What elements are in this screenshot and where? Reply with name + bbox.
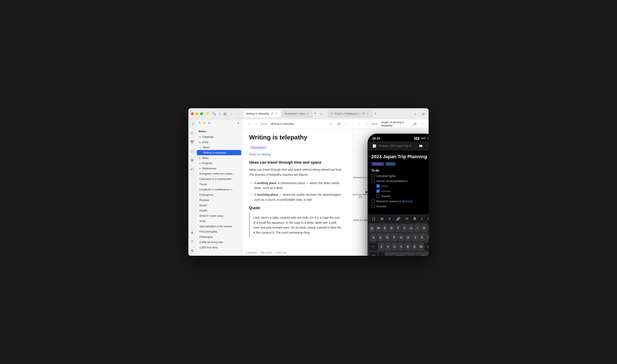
key-d[interactable]: D — [384, 234, 390, 241]
phone-checkbox-7[interactable] — [371, 205, 375, 208]
key-y[interactable]: Y — [402, 224, 407, 232]
sidebar-item-specialization[interactable]: Specialization is for insects — [197, 224, 241, 229]
key-c[interactable]: C — [392, 243, 397, 250]
sidebar-toggle-icon[interactable]: ▤ — [223, 112, 226, 116]
new-folder-icon[interactable]: 📁 — [203, 121, 206, 125]
folder-icon[interactable]: 📁 — [206, 112, 210, 116]
key-u[interactable]: U — [408, 224, 414, 232]
key-numbers[interactable]: 123 — [370, 252, 377, 256]
graph-breadcrumb-parent[interactable]: Ideas — [371, 122, 378, 125]
key-m[interactable]: M — [418, 243, 424, 250]
sidebar-right-toggle[interactable]: ▤ — [420, 111, 426, 117]
sidebar-item-projects[interactable]: ▶ Projects — [197, 160, 241, 166]
key-k[interactable]: K — [419, 234, 425, 241]
edit-icon[interactable]: ✎ — [328, 121, 334, 127]
key-backspace[interactable]: ⌫ — [425, 243, 429, 250]
sidebar-item-emergence[interactable]: Emergence — [197, 192, 241, 197]
tab-graph[interactable]: ⬡ Graph of Writing is t... 🔗 ✕ — [328, 110, 372, 117]
kb-heading-icon[interactable]: H — [405, 216, 409, 221]
key-p[interactable]: P — [428, 224, 429, 232]
sidebar-item-tools[interactable]: Tools — [197, 219, 241, 224]
tab-close-2[interactable]: ✕ — [306, 112, 309, 115]
sidebar-item-ideas[interactable]: ▼ Ideas — [197, 145, 241, 150]
key-z[interactable]: Z — [379, 243, 384, 250]
tags-icon[interactable]: 🏷 — [190, 167, 195, 172]
key-n[interactable]: N — [412, 243, 417, 250]
calendar-icon[interactable]: 📅 — [189, 140, 195, 145]
command-icon[interactable]: ⌘ — [190, 157, 195, 163]
sidebar-item-meta[interactable]: ▶ Meta — [197, 155, 241, 160]
link-icon[interactable]: 🔗 — [336, 121, 341, 127]
phone-checkbox-5[interactable] — [376, 195, 380, 198]
sidebar-item-philosophy[interactable]: Philosophy — [197, 234, 241, 239]
key-i[interactable]: I — [415, 224, 420, 232]
maximize-button[interactable] — [200, 112, 203, 115]
phone-checkbox-6[interactable] — [371, 199, 375, 203]
tab-writing-is-telepathy[interactable]: Writing is telepathy 🔗 ✕ — [243, 110, 281, 117]
notes-icon[interactable]: 📝 — [189, 121, 195, 127]
key-v[interactable]: V — [398, 243, 404, 250]
minimize-button[interactable] — [196, 112, 198, 115]
kb-link-icon[interactable]: 🔗 — [395, 216, 401, 221]
sidebar-item-calmness[interactable]: Calmness is a superpower — [197, 176, 241, 182]
note-tag[interactable]: #evergreen — [249, 145, 267, 150]
key-w[interactable]: W — [376, 224, 381, 232]
phone-checkbox-2[interactable] — [371, 179, 375, 183]
note-from-link[interactable]: On Writing — [257, 153, 271, 156]
sidebar-item-first-principles[interactable]: First principles — [197, 229, 241, 234]
kb-tag-icon[interactable]: # — [388, 216, 392, 221]
publish-icon[interactable]: ⬆ — [190, 230, 194, 236]
phone-more-icon[interactable]: ⋯ — [425, 143, 429, 149]
pages-icon[interactable]: ◻ — [190, 148, 194, 154]
kb-table-icon[interactable]: ⊞ — [380, 216, 384, 221]
note-back-button[interactable]: ‹ — [246, 121, 252, 127]
key-o[interactable]: O — [421, 224, 427, 232]
search-icon[interactable]: 🔍 — [212, 112, 216, 116]
tab-list-dropdown[interactable]: ∨ — [413, 111, 419, 117]
new-note-icon[interactable]: ✎ — [198, 121, 201, 125]
breadcrumb-parent[interactable]: Ideas — [261, 122, 268, 125]
backlinks-count[interactable]: 1 backlink — [246, 251, 257, 254]
key-s[interactable]: S — [377, 234, 383, 241]
tab-dropdown[interactable]: ∨ — [318, 111, 324, 117]
key-e[interactable]: E — [382, 224, 388, 232]
key-a[interactable]: A — [370, 234, 376, 241]
phone-tag-projects[interactable]: #projects — [371, 162, 384, 166]
sidebar-item-clippings[interactable]: ▶ Clippings — [197, 134, 241, 140]
settings-icon[interactable]: ⚙ — [190, 248, 195, 254]
kb-italic-icon[interactable]: I — [420, 216, 423, 221]
key-shift[interactable]: ⇧ — [369, 243, 378, 250]
sidebar-close-icon[interactable]: ✕ — [237, 121, 240, 125]
kb-bracket-icon[interactable]: [ ] — [371, 216, 376, 221]
sidebar-item-books[interactable]: Books — [197, 203, 241, 208]
forward-button[interactable]: › — [235, 111, 241, 117]
graph-back-button[interactable]: ‹ — [356, 121, 362, 127]
new-tab-button[interactable]: + — [312, 111, 318, 117]
phone-tag-travel[interactable]: #travel — [385, 162, 396, 166]
help-icon[interactable]: ? — [190, 239, 194, 245]
sidebar-item-health[interactable]: Health — [197, 208, 241, 213]
key-h[interactable]: H — [405, 234, 411, 241]
more-options-icon[interactable]: ⋯ — [343, 121, 349, 127]
phone-checkbox-3[interactable] — [376, 184, 380, 188]
key-t[interactable]: T — [395, 224, 401, 232]
phone-book-icon[interactable]: 📖 — [418, 143, 423, 149]
sidebar-item-creativity[interactable]: Creativity is combinatory u... — [197, 187, 241, 192]
back-button[interactable]: ‹ — [229, 111, 235, 117]
tab-evergreen-notes[interactable]: Evergreen notes ✕ — [282, 110, 312, 117]
sort-icon[interactable]: ⇅ — [208, 121, 210, 125]
key-return[interactable]: return — [416, 252, 429, 256]
graph-link-icon[interactable]: 🔗 — [412, 121, 418, 127]
key-f[interactable]: F — [391, 234, 397, 241]
sidebar-item-evergreen[interactable]: Evergreen notes turn ideas... — [197, 171, 241, 176]
note-forward-button[interactable]: › — [253, 121, 259, 127]
close-button[interactable] — [191, 112, 194, 115]
key-x[interactable]: X — [385, 243, 391, 250]
tab-close-3[interactable]: ✕ — [366, 112, 369, 115]
key-q[interactable]: Q — [369, 224, 375, 232]
sidebar-item-recipes[interactable]: Recipes — [197, 197, 241, 203]
kb-strikethrough-icon[interactable]: S — [427, 216, 429, 221]
phone-sidebar-icon[interactable]: ⬜ — [371, 143, 377, 149]
key-space[interactable]: space — [385, 252, 415, 256]
sidebar-item-what-if[interactable]: What if it were easy — [197, 213, 241, 219]
